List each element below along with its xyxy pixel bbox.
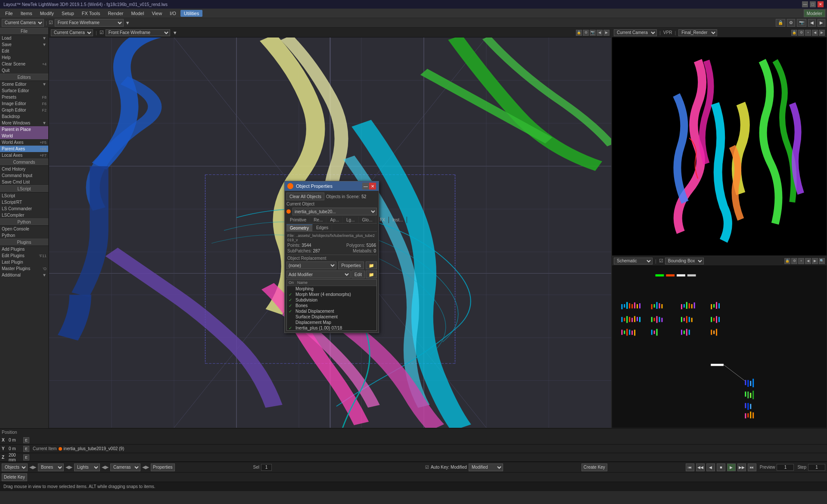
modeler-button[interactable]: Modeler <box>804 9 825 17</box>
edit-modifier-btn[interactable]: Edit <box>351 271 365 278</box>
parent-in-place-item[interactable]: Parent in Place <box>0 126 48 133</box>
menu-item-io[interactable]: I/O <box>166 10 180 17</box>
next-frame-btn[interactable]: ▶▶ <box>737 464 746 471</box>
cmd-history-item[interactable]: Cmd History <box>0 166 48 172</box>
current-object-dropdown[interactable]: inertia_plus_tube20... <box>292 208 377 215</box>
modifier-nodal-disp[interactable]: ✓ Nodal Displacement <box>287 308 376 314</box>
modifier-surface-disp[interactable]: Surface Displacement <box>287 314 376 320</box>
menu-item-file[interactable]: File <box>2 10 16 17</box>
menu-item-fxtools[interactable]: FX Tools <box>78 10 104 17</box>
create-key-btn[interactable]: Create Key <box>581 464 607 471</box>
schematic-settings-icon[interactable]: ⚙ <box>791 258 797 264</box>
schematic-mode-select[interactable]: Bounding Box <box>665 258 704 264</box>
tab-inst[interactable]: Inst... <box>389 217 407 223</box>
edit-plugins-item[interactable]: Edit Plugins'F11 <box>0 252 48 259</box>
menu-item-setup[interactable]: Setup <box>58 10 78 17</box>
camera-select[interactable]: Current Camera <box>2 19 44 27</box>
render-lock-icon[interactable]: 🔒 <box>791 30 797 36</box>
vp-next-icon[interactable]: ▶ <box>603 30 609 36</box>
close-button[interactable]: ✕ <box>818 1 824 7</box>
schematic-next-icon[interactable]: ▶ <box>812 258 818 264</box>
tab-primitive[interactable]: Primitive <box>286 217 310 223</box>
last-plugin-item[interactable]: Last Plugin <box>0 259 48 265</box>
quit-item[interactable]: Quit <box>0 67 48 74</box>
more-windows-item[interactable]: More Windows▼ <box>0 120 48 126</box>
modifier-bones[interactable]: ✓ Bones <box>287 303 376 308</box>
vp-settings-icon[interactable]: ⚙ <box>583 30 589 36</box>
lscompiler-item[interactable]: LSCompiler <box>0 212 48 218</box>
lscript-rt-item[interactable]: LScript/RT <box>0 199 48 205</box>
render-camera-select[interactable]: Current Camera <box>614 29 657 36</box>
additional-item[interactable]: Additional▼ <box>0 272 48 278</box>
minimize-button[interactable]: — <box>802 1 808 7</box>
schematic-view[interactable] <box>612 266 827 428</box>
image-editor-item[interactable]: Image EditorF6 <box>0 100 48 107</box>
delete-key-btn[interactable]: Delete Key <box>2 473 27 481</box>
schematic-name-select[interactable]: Schematic <box>614 258 653 264</box>
backdrop-item[interactable]: Backdrop <box>0 113 48 120</box>
graph-editor-item[interactable]: Graph EditorF2 <box>0 107 48 113</box>
menu-item-utilities[interactable]: Utilities <box>180 10 202 17</box>
prev-btn[interactable]: ◀ <box>808 19 816 27</box>
world-axes-item[interactable]: World Axes+F5 <box>0 139 48 146</box>
step-input[interactable] <box>808 464 825 471</box>
main-mode-select[interactable]: Front Face Wireframe <box>106 29 170 36</box>
render-next-icon[interactable]: ▶ <box>819 30 825 36</box>
command-input-item[interactable]: Command Input <box>0 172 48 179</box>
bones-select[interactable]: Bones <box>38 464 64 471</box>
settings-btn[interactable]: ⚙ <box>787 19 795 27</box>
modifier-morph-mixer[interactable]: ✓ Morph Mixer (4 endomorphs) <box>287 292 376 297</box>
tab-edges[interactable]: Edges <box>313 224 332 231</box>
menu-item-model[interactable]: Model <box>127 10 147 17</box>
save-cmd-list-item[interactable]: Save Cmd List <box>0 179 48 185</box>
schematic-search-icon[interactable]: 🔍 <box>819 258 825 264</box>
render-prev-icon[interactable]: ◀ <box>812 30 818 36</box>
menu-item-render[interactable]: Render <box>104 10 127 17</box>
render-settings-icon[interactable]: ⚙ <box>798 30 804 36</box>
modifier-disp-map[interactable]: Displacement Map <box>287 320 376 325</box>
vp-lock-icon[interactable]: 🔒 <box>576 30 582 36</box>
add-modifier-select[interactable]: Add Modifier <box>286 271 351 278</box>
render-view[interactable] <box>612 37 827 255</box>
lights-select[interactable]: Lights <box>74 464 100 471</box>
lock-btn[interactable]: 🔒 <box>776 19 785 27</box>
rewind-btn[interactable]: ⏮ <box>686 464 694 471</box>
presets-item[interactable]: PresetsF8 <box>0 94 48 100</box>
render-add-icon[interactable]: + <box>805 30 811 36</box>
y-e-button[interactable]: E <box>23 446 29 452</box>
objects-select[interactable]: Objects <box>2 464 28 471</box>
obj-replacement-properties-btn[interactable]: Properties <box>338 261 364 269</box>
surface-editor-item[interactable]: Surface Editor <box>0 87 48 94</box>
dialog-close-button[interactable]: ✕ <box>369 183 376 190</box>
modifier-morphing[interactable]: Morphing <box>287 286 376 292</box>
x-e-button[interactable]: E <box>23 437 29 443</box>
python-item[interactable]: Python <box>0 232 48 239</box>
clear-scene-item[interactable]: Clear Scene +4 <box>0 61 48 67</box>
help-item[interactable]: Help <box>0 54 48 61</box>
scene-properties-btn[interactable]: Properties <box>151 464 175 471</box>
tab-ap[interactable]: Ap... <box>326 217 343 223</box>
ls-commander-item[interactable]: LS Commander <box>0 205 48 212</box>
parent-axes-item[interactable]: Parent Axes+F6 <box>0 146 48 152</box>
menu-item-view[interactable]: View <box>148 10 165 17</box>
world-item[interactable]: World <box>0 133 48 139</box>
play-reverse-btn[interactable]: ◀ <box>706 464 715 471</box>
main-camera-select[interactable]: Current Camera <box>51 29 93 36</box>
vp-camera-icon[interactable]: 📷 <box>590 30 596 36</box>
tab-glo[interactable]: Glo... <box>359 217 376 223</box>
sel-value[interactable] <box>261 464 272 471</box>
schematic-prev-icon[interactable]: ◀ <box>805 258 811 264</box>
tab-fx[interactable]: FX <box>376 217 389 223</box>
next-btn[interactable]: ▶ <box>818 19 825 27</box>
obj-replacement-select[interactable]: (none) <box>286 261 336 269</box>
menu-item-modify[interactable]: Modify <box>37 10 57 17</box>
edit-item[interactable]: Edit <box>0 48 48 54</box>
tab-re[interactable]: Re... <box>310 217 326 223</box>
schematic-add-icon[interactable]: + <box>798 258 804 264</box>
play-btn[interactable]: ▶ <box>727 464 736 471</box>
schematic-lock-icon[interactable]: 🔒 <box>784 258 790 264</box>
modifier-folder-btn[interactable]: 📁 <box>366 271 377 278</box>
modifier-inertia-plus[interactable]: ✓ Inertia_plus (1.00) 07/18 <box>287 325 376 331</box>
modifier-subdivision[interactable]: ✓ Subdivision <box>287 297 376 303</box>
viewport-mode-select[interactable]: Front Face Wireframe <box>55 19 124 27</box>
